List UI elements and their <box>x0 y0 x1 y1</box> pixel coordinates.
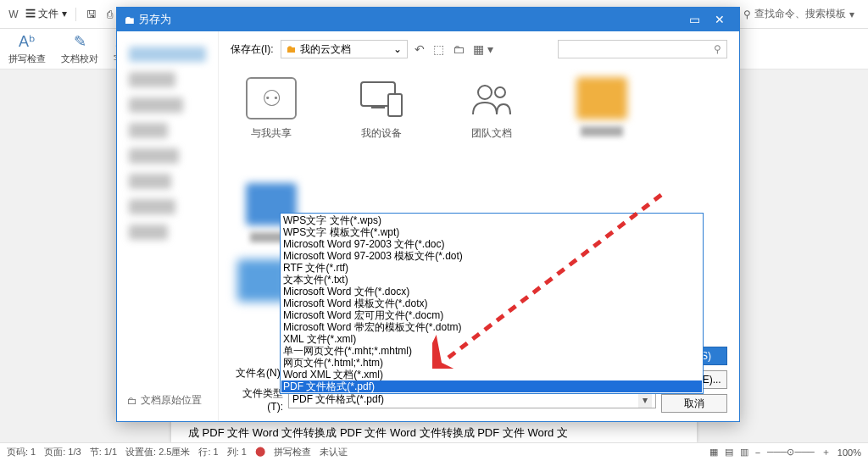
filetype-option[interactable]: RTF 文件(*.rtf) <box>281 262 702 274</box>
save-icon[interactable]: 🖫 <box>85 8 98 21</box>
location-select[interactable]: 🖿 我的云文档 ⌄ <box>281 40 408 58</box>
status-setval[interactable]: 设置值: 2.5厘米 <box>125 446 190 458</box>
back-icon[interactable]: ↶ <box>415 42 425 56</box>
svg-rect-2 <box>388 94 402 116</box>
status-line[interactable]: 行: 1 <box>198 446 218 458</box>
folder-blurred-1[interactable] <box>568 77 636 141</box>
filetype-listbox[interactable]: WPS文字 文件(*.wps)WPS文字 模板文件(*.wpt)Microsof… <box>280 213 704 394</box>
dialog-title: 另存为 <box>138 12 682 27</box>
zoom-value[interactable]: 100% <box>837 447 861 458</box>
filetype-option[interactable]: Word XML 文档(*.xml) <box>281 369 702 380</box>
filetype-label: 文件类型(T): <box>231 386 283 413</box>
svg-rect-1 <box>371 106 385 108</box>
folder-devices[interactable]: 我的设备 <box>348 77 415 141</box>
filetype-option[interactable]: XML 文件(*.xml) <box>281 333 702 345</box>
filetype-option[interactable]: Microsoft Word 带宏的模板文件(*.dotm) <box>281 321 702 333</box>
doc-body-text: 成 PDF 文件 Word 文件转换成 PDF 文件 Word 文件转换成 PD… <box>188 426 568 439</box>
folder-outline-icon: 🗀 <box>127 395 137 407</box>
cancel-button[interactable]: 取消 <box>661 394 727 413</box>
search-icon: ⚲ <box>743 8 751 20</box>
filetype-option[interactable]: PDF 文件格式(*.pdf) <box>281 380 702 392</box>
filetype-option[interactable]: Microsoft Word 宏可用文件(*.docm) <box>281 309 702 321</box>
zoom-in-icon[interactable]: ＋ <box>821 446 831 458</box>
filetype-option[interactable]: WPS文字 文件(*.wps) <box>281 214 702 226</box>
status-pages[interactable]: 页面: 1/3 <box>44 446 81 458</box>
view-icon[interactable]: ▦ ▾ <box>473 42 493 56</box>
filetype-option[interactable]: Microsoft Word 文件(*.docx) <box>281 286 702 297</box>
search-input[interactable]: ⚲ <box>558 40 727 58</box>
folder-yellow-icon: 🖿 <box>287 43 297 55</box>
wps-logo-icon: W <box>7 8 20 21</box>
status-auth[interactable]: 未认证 <box>320 446 348 458</box>
sidebar-blurred <box>124 38 211 248</box>
filename-label: 文件名(N): <box>231 366 283 380</box>
view-mode-icon-3[interactable]: ▥ <box>740 447 748 458</box>
filetype-option[interactable]: WPS文字 模板文件(*.wpt) <box>281 226 702 238</box>
close-button[interactable]: ✕ <box>707 13 732 26</box>
zoom-out-icon[interactable]: − <box>755 447 760 458</box>
svg-point-3 <box>478 86 492 99</box>
status-spell[interactable]: 拼写检查 <box>274 446 311 458</box>
folder-shared[interactable]: ⚇ 与我共享 <box>237 77 305 141</box>
ribbon-proof[interactable]: ✎文档校对 <box>61 32 98 65</box>
status-col[interactable]: 列: 1 <box>227 446 247 458</box>
status-section[interactable]: 节: 1/1 <box>90 446 117 458</box>
view-mode-icon-2[interactable]: ▤ <box>725 447 733 458</box>
minimize-button[interactable]: ▭ <box>682 13 707 26</box>
filetype-option[interactable]: Microsoft Word 模板文件(*.dotx) <box>281 297 702 309</box>
folder-icon: 🖿 <box>124 14 135 26</box>
filetype-option[interactable]: 网页文件(*.html;*.htm) <box>281 357 702 369</box>
save-in-label: 保存在(I): <box>231 42 274 57</box>
filetype-option[interactable]: Microsoft Word 97-2003 文件(*.doc) <box>281 238 702 250</box>
new-folder-icon[interactable]: 🗀 <box>453 42 465 56</box>
save-as-dialog: 🖿 另存为 ▭ ✕ 🗀 文档原始位置 保存在(I): <box>116 7 740 422</box>
share-icon: ⚇ <box>262 86 281 112</box>
search-hint[interactable]: 查找命令、搜索模板 <box>754 7 846 21</box>
print-icon[interactable]: ⎙ <box>103 8 117 21</box>
original-location[interactable]: 🗀 文档原始位置 <box>124 386 211 414</box>
svg-point-4 <box>495 87 505 97</box>
search-icon: ⚲ <box>714 43 721 55</box>
folder-team[interactable]: 团队文档 <box>458 77 526 141</box>
chevron-down-icon: ⌄ <box>393 43 402 55</box>
menu-file[interactable]: ☰ 文件 ▾ <box>25 7 67 21</box>
ribbon-spellcheck[interactable]: Aᵇ拼写检查 <box>8 32 46 65</box>
view-mode-icon[interactable]: ▦ <box>709 447 718 458</box>
chevron-down-icon[interactable]: ▾ <box>849 8 854 20</box>
up-icon[interactable]: ⬚ <box>433 42 444 56</box>
status-page[interactable]: 页码: 1 <box>7 446 36 458</box>
filetype-option[interactable]: Microsoft Word 97-2003 模板文件(*.dot) <box>281 250 702 262</box>
filetype-option[interactable]: 文本文件(*.txt) <box>281 274 702 286</box>
filetype-option[interactable]: 单一网页文件(*.mht;*.mhtml) <box>281 345 702 357</box>
